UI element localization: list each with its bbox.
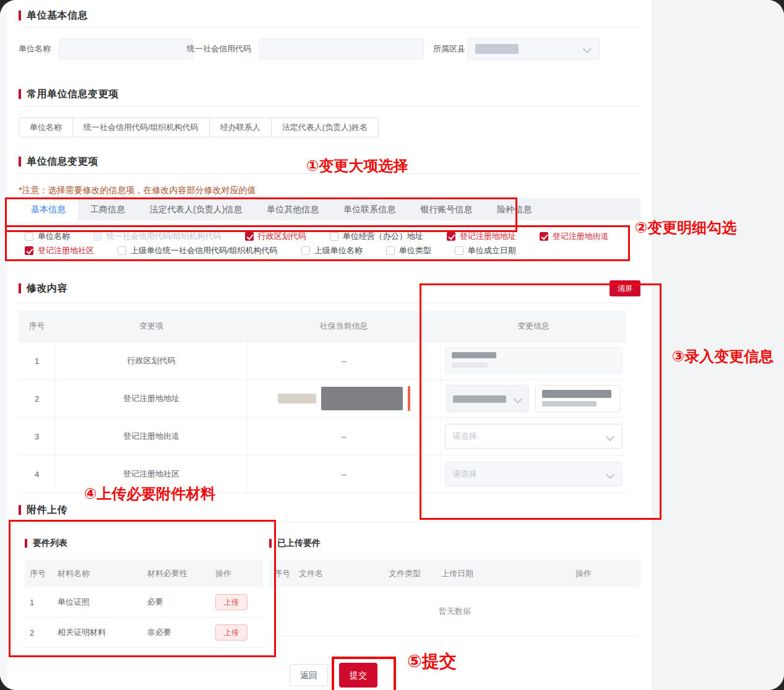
tab-bank-info[interactable]: 银行账号信息 [408,198,485,220]
unit-name-label: 单位名称 [19,43,51,54]
checkbox-icon[interactable] [245,232,254,241]
col-header-material-name: 材料名称 [53,559,142,587]
change-select-street[interactable]: 请选择 [445,424,622,449]
col-header-item: 变更项 [56,311,248,342]
checkbox-establish-date[interactable]: 单位成立日期 [455,245,516,256]
tab-basic-info[interactable]: 基本信息 [19,198,78,220]
checkbox-office-address[interactable]: 单位经营（办公）地址 [330,231,423,242]
cell-seq: 1 [19,342,56,379]
uploaded-list-header: 已上传要件 [269,537,640,550]
checkbox-registered-community[interactable]: 登记注册地社区 [25,245,94,256]
modify-content-table: 序号 变更项 社保当前信息 变更信息 1 行政区划代码 -- [19,311,626,493]
checkbox-label: 行政区划代码 [258,231,306,242]
tab-other-info[interactable]: 单位其他信息 [254,198,331,220]
change-category-tabbar: 基本信息 工商信息 法定代表人(负责人)信息 单位其他信息 单位联系信息 银行账… [19,198,640,220]
change-select-community[interactable]: 请选择 [445,462,622,486]
change-detail-checkboxes: 单位名称 统一社会信用代码/组织机构代码 行政区划代码 单位经营（办公）地址 [19,226,640,263]
divider [19,27,640,28]
unit-basic-form-row: 单位名称 统一社会信用代码 所属区县 [19,38,640,60]
checkbox-registered-address[interactable]: 登记注册地地址 [447,231,516,242]
upload-button[interactable]: 上传 [215,624,248,640]
redacted-value [452,352,496,358]
checkbox-row-2: 登记注册地社区 上级单位统一社会信用代码/组织机构代码 上级单位名称 单位类型 [25,245,640,256]
chevron-down-icon [583,45,592,53]
required-list-column: 要件列表 序号 材料名称 材料必要性 操作 1 单位证照 必要 [19,537,263,648]
select-placeholder: 请选择 [453,469,477,478]
cell-current [248,380,441,417]
submit-button[interactable]: 提交 [339,663,377,688]
checkbox-label: 登记注册地社区 [38,245,94,256]
checkbox-registered-street[interactable]: 登记注册地街道 [540,231,609,242]
checkbox-unit-name[interactable]: 单位名称 [25,231,70,242]
common-change-contact-button[interactable]: 经办联系人 [209,118,272,137]
district-select[interactable] [467,38,600,60]
table-row: 3 登记注册地街道 -- 请选择 [19,418,626,455]
checkbox-label: 登记注册地街道 [553,231,609,242]
section-unit-basic-header: 单位基本信息 [19,9,640,22]
section-accent-bar [269,539,272,548]
credit-code-label: 统一社会信用代码 [187,43,251,54]
checkbox-admin-division-code[interactable]: 行政区划代码 [245,231,306,242]
cell-current: -- [248,418,441,455]
table-row: 2 相关证明材料 非必要 上传 [25,618,263,648]
checkbox-icon[interactable] [447,232,455,241]
change-note: *注意：选择需要修改的信息项，在修改内容部分修改对应的值 [19,185,640,197]
select-placeholder: 请选择 [453,431,477,441]
section-title: 常用单位信息变更项 [27,88,119,101]
section-accent-bar [19,11,21,20]
tab-insurance-info[interactable]: 险种信息 [485,198,544,220]
common-change-unit-name-button[interactable]: 单位名称 [19,118,73,137]
section-title: 单位信息变更项 [27,155,98,168]
checkbox-icon[interactable] [455,246,463,255]
checkbox-unit-type[interactable]: 单位类型 [386,245,431,256]
redacted-value [475,44,519,54]
uploaded-list-column: 已上传要件 序号 文件名 文件类型 上传日期 操作 暂无数据 [269,537,640,648]
checkbox-label: 单位名称 [38,231,70,242]
table-row: 2 登记注册地地址 [19,380,626,418]
section-accent-bar [25,539,27,548]
chevron-down-icon [514,395,522,403]
required-list-table: 序号 材料名称 材料必要性 操作 1 单位证照 必要 上传 2 [25,559,263,648]
cell-seq: 3 [19,418,56,455]
chevron-down-icon [605,433,614,441]
redacted-value [542,401,597,407]
common-change-legal-rep-button[interactable]: 法定代表人(负责人)姓名 [271,118,379,137]
change-input-admin-code[interactable] [445,347,622,374]
change-input-address-detail[interactable] [535,385,621,412]
unit-name-input[interactable] [59,38,193,59]
change-select-address-region[interactable] [446,385,529,412]
subsection-title: 已上传要件 [277,538,321,549]
checkbox-icon[interactable] [301,246,310,255]
credit-code-input[interactable] [259,38,424,59]
cell-current: -- [248,455,441,493]
clear-screen-button[interactable]: 清屏 [610,280,640,296]
checkbox-icon[interactable] [25,232,33,241]
redacted-value [542,390,611,398]
table-header-row: 序号 文件名 文件类型 上传日期 操作 [269,559,640,587]
section-title: 修改内容 [27,282,67,295]
checkbox-parent-credit-code[interactable]: 上级单位统一社会信用代码/组织机构代码 [118,245,278,256]
cell-item: 行政区划代码 [56,342,248,379]
checkbox-icon[interactable] [118,246,126,255]
checkbox-parent-unit-name[interactable]: 上级单位名称 [301,245,363,256]
checkbox-label: 单位成立日期 [468,245,516,256]
redacted-marker [408,386,410,411]
divider [19,106,640,106]
tab-business-info[interactable]: 工商信息 [78,198,137,220]
checkbox-icon[interactable] [330,232,338,241]
col-header-seq: 序号 [269,559,294,587]
change-items-body: *注意：选择需要修改的信息项，在修改内容部分修改对应的值 基本信息 工商信息 法… [19,185,640,263]
checkbox-icon[interactable] [386,246,395,255]
back-button[interactable]: 返回 [290,664,328,686]
tab-contact-info[interactable]: 单位联系信息 [331,198,408,220]
section-modify-content-header: 修改内容 [19,282,640,295]
col-header-action: 操作 [210,559,263,587]
redacted-current-address [278,386,410,411]
checkbox-icon[interactable] [540,232,548,241]
section-accent-bar [19,283,21,293]
common-change-credit-code-button[interactable]: 统一社会信用代码/组织机构代码 [72,118,210,137]
upload-button[interactable]: 上传 [215,594,248,610]
chevron-down-icon [605,470,614,479]
checkbox-icon[interactable] [25,246,33,255]
tab-legal-rep-info[interactable]: 法定代表人(负责人)信息 [137,198,254,220]
